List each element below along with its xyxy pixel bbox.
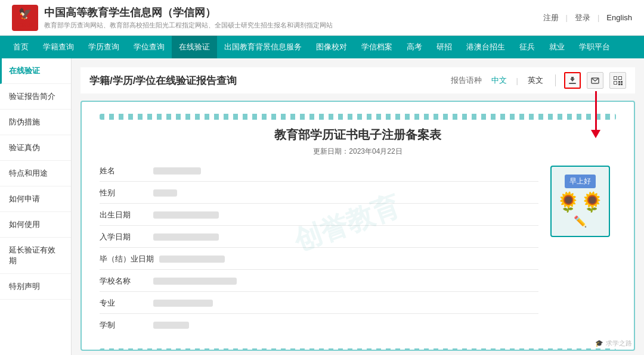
cert-field-name: 姓名 [100,166,538,182]
nav-xuejichaxun[interactable]: 学籍查询 [36,36,81,58]
nav-xuelichaxun[interactable]: 学历查询 [81,36,126,58]
sidebar-item-yanzhenzhenwei[interactable]: 验证真伪 [0,135,71,161]
cert-field-major: 专业 [100,298,538,314]
field-value-gender [153,189,177,197]
field-value-name [153,167,201,175]
sidebar-item-yanzhenbaogaojianjie[interactable]: 验证报告简介 [0,84,71,110]
cert-date: 更新日期：2023年04月22日 [100,147,616,157]
nav-gaokao[interactable]: 高考 [400,36,429,58]
nav-zaixianyanzhen[interactable]: 在线验证 [172,36,217,58]
field-value-studylength [153,322,189,329]
sidebar-item-zaixianyanzhen[interactable]: 在线验证 [0,58,71,84]
download-icon [568,76,577,85]
sidebar-item-fangweicuoshi[interactable]: 防伪措施 [0,110,71,135]
logo-icon: 🦅 CHSI [12,5,38,31]
field-label-graddate: 毕（结）业日期 [100,254,159,264]
field-value-graddate [159,256,225,263]
register-link[interactable]: 注册 [543,13,559,23]
field-label-major: 专业 [100,298,153,309]
photo-morning-text: 早上好 [565,175,596,188]
field-label-birthdate: 出生日期 [100,210,153,220]
cert-field-gender: 性别 [100,188,538,204]
header: 🦅 CHSI 中国高等教育学生信息网（学信网） 教育部学历查询网站、教育部高校招… [0,0,644,36]
nav-gangyao[interactable]: 港澳台招生 [459,36,512,58]
content-header: 学籍/学历/学位在线验证报告查询 报告语种 中文 | 英文 [80,67,635,94]
sidebar-item-yanchangyoujiaoqi[interactable]: 延长验证有效期 [0,238,71,274]
sidebar-item-ruheshiyong[interactable]: 如何使用 [0,212,71,238]
certificate: 教育部学历证书电子注册备案表 更新日期：2023年04月22日 姓名 性别 [80,101,635,351]
field-label-name: 姓名 [100,166,153,176]
download-button[interactable] [564,72,581,89]
svg-rect-11 [618,83,620,85]
svg-marker-1 [570,77,575,82]
content-tools: 报告语种 中文 | 英文 [451,72,626,89]
english-lang-link[interactable]: English [606,13,632,22]
nav-yanzao[interactable]: 研招 [429,36,459,58]
qr-button[interactable] [609,72,626,89]
email-button[interactable] [587,72,603,89]
lang-zh-btn[interactable]: 中文 [488,74,510,87]
field-value-school [153,278,237,285]
sidebar-item-teshuoshengming[interactable]: 特别声明 [0,274,71,300]
nav-xueweichaxun[interactable]: 学位查询 [126,36,172,58]
nav-xuezhipingtai[interactable]: 学职平台 [572,36,617,58]
bottom-watermark: 🎓 求学之路 [595,339,632,348]
nav-zhengbing[interactable]: 征兵 [512,36,542,58]
nav-tuxiang[interactable]: 图像校对 [309,36,354,58]
cert-field-school: 学校名称 [100,276,538,292]
site-subtitle: 教育部学历查询网站、教育部高校招生阳光工程指定网站、全国硕士研究生招生报名和调剂… [44,21,333,30]
certificate-wrapper: 教育部学历证书电子注册备案表 更新日期：2023年04月22日 姓名 性别 [80,101,635,351]
site-title: 中国高等教育学生信息网（学信网） [44,5,333,20]
field-label-enrolldate: 入学日期 [100,232,153,242]
photo-pencil-icon: ✏️ [574,215,587,228]
content-title: 学籍/学历/学位在线验证报告查询 [89,74,237,88]
svg-rect-12 [621,83,623,85]
field-label-studylength: 学制 [100,320,153,331]
cert-field-graddate: 毕（结）业日期 [100,254,538,270]
divider [555,74,556,86]
nav-xuexindangan[interactable]: 学信档案 [354,36,400,58]
svg-rect-8 [614,82,617,84]
svg-rect-9 [618,81,620,83]
cert-field-enrolldate: 入学日期 [100,232,538,248]
field-label-gender: 性别 [100,188,153,198]
cert-field-birthdate: 出生日期 [100,210,538,226]
cert-title: 教育部学历证书电子注册备案表 [100,127,616,143]
header-right: 注册 | 登录 | English [543,13,632,23]
photo-flowers-icon: 🌻🌻 [556,192,604,213]
lang-sep: | [516,76,518,85]
field-value-major [153,300,213,307]
svg-rect-10 [621,81,623,83]
nav-home[interactable]: 首页 [6,36,36,58]
logo-area: 🦅 CHSI 中国高等教育学生信息网（学信网） 教育部学历查询网站、教育部高校招… [12,5,333,31]
sidebar-item-ruhezenqing[interactable]: 如何申请 [0,186,71,212]
cert-border-bottom [100,348,616,351]
field-value-birthdate [153,211,219,219]
watermark-label: 求学之路 [606,339,632,348]
main-layout: 在线验证 验证报告简介 防伪措施 验证真伪 特点和用途 如何申请 如何使用 延长… [0,58,644,355]
svg-rect-4 [614,77,617,79]
photo-box: 早上好 🌻🌻 ✏️ [550,166,610,237]
separator2: | [597,13,599,22]
watermark-icon: 🎓 [595,340,603,347]
nav-jiuye[interactable]: 就业 [542,36,572,58]
sidebar-item-tedianyheyongtu[interactable]: 特点和用途 [0,161,71,186]
content-area: 学籍/学历/学位在线验证报告查询 报告语种 中文 | 英文 [72,58,644,355]
svg-rect-6 [619,77,621,79]
cert-border-top [100,114,616,120]
sidebar: 在线验证 验证报告简介 防伪措施 验证真伪 特点和用途 如何申请 如何使用 延长… [0,58,72,355]
qr-icon [613,76,623,85]
cert-body: 姓名 性别 出生日期 [100,166,616,341]
nav-chuguo[interactable]: 出国教育背景信息服务 [217,36,309,58]
field-value-enrolldate [153,233,219,241]
lang-label: 报告语种 [451,75,482,86]
login-link[interactable]: 登录 [575,13,590,23]
svg-rect-0 [569,83,576,84]
lang-en-btn[interactable]: 英文 [524,74,547,87]
nav-bar: 首页 学籍查询 学历查询 学位查询 在线验证 出国教育背景信息服务 图像校对 学… [0,36,644,58]
separator: | [566,13,568,22]
chsi-label: CHSI [17,21,33,29]
cert-fields: 姓名 性别 出生日期 [100,166,538,341]
cert-field-studylength: 学制 [100,320,538,335]
field-label-school: 学校名称 [100,276,153,287]
